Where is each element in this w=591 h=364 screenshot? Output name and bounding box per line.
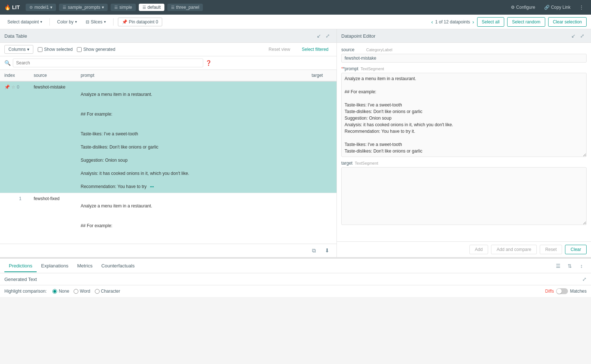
lower-section: Predictions Explanations Metrics Counter… [0,258,591,297]
menu-icon: ⋮ [579,5,584,10]
clear-selection-label: Clear selection [553,19,582,25]
download-icon[interactable]: ⬇ [322,245,332,256]
fire-icon: 🔥 [4,4,11,10]
clear-selection-button[interactable]: Clear selection [548,17,587,27]
select-all-button[interactable]: Select all [477,17,505,27]
target-field-textarea[interactable] [341,167,587,225]
tab-three-panel[interactable]: ☰ three_panel [167,4,203,11]
target-field-header: target TextSegment [341,161,587,166]
add-button[interactable]: Add [469,245,488,254]
copy-link-button[interactable]: 🔗 Copy Link [541,4,573,11]
layout-icon: ☰ [114,5,118,10]
add-compare-button[interactable]: Add and compare [491,245,537,254]
show-generated-checkbox[interactable]: Show generated [77,47,115,52]
prompt-field-textarea[interactable]: Analyze a menu item in a restaurant. ## … [341,73,587,157]
highlight-none-option[interactable]: None [52,289,69,294]
next-datapoint-button[interactable]: › [472,19,474,25]
character-label: Character [101,289,120,294]
source-field-input[interactable] [341,54,587,63]
fullscreen-icon[interactable]: ⤢ [323,31,332,40]
source-field-type: CategoryLabel [366,48,395,52]
slices-icon: ⊟ [86,19,89,25]
prev-datapoint-button[interactable]: ‹ [431,19,433,25]
slices-label: Slices [91,19,103,25]
tab-default-label: default [148,5,161,10]
divider-1 [49,18,50,26]
show-selected-checkbox[interactable]: Show selected [38,47,73,52]
menu-icon-pred[interactable]: ☰ [553,261,563,271]
dataset-icon: ☰ [63,5,66,10]
search-input[interactable] [13,59,203,67]
data-table-header: Data Table ↙ ⤢ [0,29,337,43]
add-compare-label: Add and compare [497,247,531,252]
tab-counterfactuals[interactable]: Counterfactuals [97,260,139,272]
copy-link-label: Copy Link [551,5,570,10]
menu-button[interactable]: ⋮ [576,4,587,11]
color-by-label: Color by [57,19,74,25]
none-label: None [59,289,69,294]
dp-editor-title: Datapoint Editor [341,33,375,39]
cell-source-1: fewshot-fixed [29,193,76,244]
copy-icon[interactable]: ⧉ [309,245,319,256]
slices-button[interactable]: ⊟ Slices ▾ [83,18,109,26]
clear-label: Clear [570,247,581,252]
tab-model1-label: model1 [34,5,49,10]
more-button-0[interactable]: ••• [148,184,156,190]
reset-label: Reset [545,247,557,252]
table-row[interactable]: 📌 ☆ 0 fewshot-mistake Analyze a menu ite… [0,81,337,193]
select-datapoint-button[interactable]: Select datapoint ▾ [4,18,45,26]
reset-button[interactable]: Reset [540,245,562,254]
prompt-field-label: *prompt [341,66,358,71]
star-row-icon[interactable]: ☆ [11,85,15,90]
minimize-icon[interactable]: ↙ [315,31,323,40]
gen-text-header: Generated Text ⤢ [0,273,591,285]
configure-button[interactable]: ⚙ Configure [508,4,538,11]
app-name: LIT [12,4,20,10]
minimize-icon-2[interactable]: ↙ [569,31,578,40]
highlight-row: Highlight comparison: None Word Characte… [0,285,591,297]
tab-sample-prompts[interactable]: ☰ sample_prompts ▾ [59,4,108,11]
tab-simple[interactable]: ☰ simple [111,4,136,11]
diffs-toggle-track[interactable] [556,288,568,294]
columns-button[interactable]: Columns ▾ [4,45,33,54]
main-toolbar: Select datapoint ▾ Color by ▾ ⊟ Slices ▾… [0,15,591,29]
link-icon: 🔗 [544,5,550,10]
tab-predictions[interactable]: Predictions [4,260,37,272]
prompt-field-type: TextSegment [361,67,384,71]
data-table: index source prompt target 📌 [0,70,337,244]
col-header-target: target [307,70,337,81]
diffs-label: Diffs [545,289,554,294]
source-field-label: source [341,47,363,52]
select-random-button[interactable]: Select random [507,17,545,27]
generated-text-section: Generated Text ⤢ Highlight comparison: N… [0,273,591,297]
table-footer: ⧉ ⬇ [0,244,337,257]
select-filtered-button[interactable]: Select filtered [298,45,332,53]
tab-metrics[interactable]: Metrics [73,260,97,272]
tab-simple-label: simple [119,5,132,10]
word-label: Word [80,289,90,294]
reset-view-button[interactable]: Reset view [265,45,294,53]
tab-default[interactable]: ☰ default [139,4,164,11]
chevron-down-icon: ▾ [50,5,52,10]
color-by-button[interactable]: Color by ▾ [54,18,80,26]
highlight-word-option[interactable]: Word [74,289,90,294]
predictions-tabs: Predictions Explanations Metrics Counter… [0,259,591,273]
table-row[interactable]: 1 fewshot-fixed Analyze a menu item in a… [0,193,337,244]
tab-model1[interactable]: ⚙ model1 ▾ [26,4,56,11]
tab-explanations[interactable]: Explanations [37,260,73,272]
expand-gen-text-icon[interactable]: ⤢ [582,276,587,282]
highlight-label: Highlight comparison: [4,289,47,294]
help-icon[interactable]: ❓ [205,60,212,66]
datapoint-editor-panel: Datapoint Editor ↙ ⤢ source CategoryLabe… [337,29,591,257]
expand-icon-pred[interactable]: ↕ [576,261,587,271]
chevron-down-icon-2: ▾ [102,5,104,10]
clear-button[interactable]: Clear [565,245,587,254]
model-icon: ⚙ [29,5,33,10]
highlight-character-option[interactable]: Character [95,289,120,294]
layout-icon-2: ☰ [142,5,146,10]
pin-row-icon[interactable]: 📌 [4,85,10,90]
fullscreen-icon-2[interactable]: ⤢ [578,31,587,40]
gen-text-title: Generated Text [4,277,37,282]
sort-icon-pred[interactable]: ⇅ [565,261,575,271]
pin-datapoint-button[interactable]: 📌 Pin datapoint 0 [118,18,162,26]
